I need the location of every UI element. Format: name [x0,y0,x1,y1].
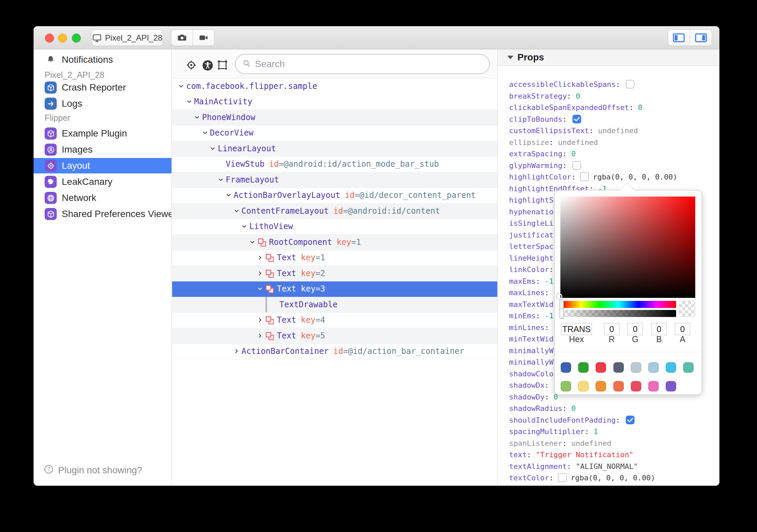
toggle-right-panel-button[interactable] [690,30,712,46]
saturation-cursor[interactable] [557,294,562,299]
tree-row-text[interactable]: Textkey=4 [172,313,497,328]
tree-row-contentframelayout[interactable]: ContentFrameLayoutid=@android:id/content [172,203,497,219]
chevron-right-icon[interactable] [257,255,263,260]
marquee-select-icon[interactable] [217,59,228,72]
search-input[interactable] [255,59,483,69]
props-header[interactable]: Props [498,49,719,66]
prop-value[interactable]: 0 [571,150,575,158]
sidebar-item-crash-reporter[interactable]: Crash Reporter [34,80,172,95]
tree-row-com-facebook-flipper-sample[interactable]: com.facebook.flipper.sample [172,78,497,94]
chevron-down-icon[interactable] [242,224,247,229]
prop-value[interactable]: -1 [545,277,554,285]
tree-row-phonewindow[interactable]: PhoneWindow [172,110,497,125]
chevron-right-icon[interactable] [234,349,239,354]
alpha-slider-handle[interactable] [560,309,564,318]
preset-swatch-41c0e8[interactable] [666,362,676,373]
tree-row-actionbaroverlaylayout[interactable]: ActionBarOverlayLayoutid=@id/decor_conte… [172,188,497,204]
chevron-down-icon[interactable] [210,146,215,151]
blue-input[interactable] [651,323,667,335]
plugin-not-showing-link[interactable]: ? Plugin not showing? [34,463,172,478]
preset-swatch-3a62b0[interactable] [561,362,571,373]
tree-row-text[interactable]: Textkey=5 [172,328,497,344]
prop-value[interactable]: 0 [638,103,642,112]
tree-row-framelayout[interactable]: FrameLayout [172,172,497,188]
checkbox-unchecked[interactable] [572,161,581,170]
prop-value[interactable]: "Trigger Notification" [536,450,633,459]
sidebar-item-logs[interactable]: Logs [34,96,172,111]
saturation-gradient[interactable] [560,197,695,298]
sidebar-item-leakcanary[interactable]: LeakCanary [34,174,172,190]
chevron-down-icon[interactable] [218,177,223,182]
zoom-button[interactable] [72,34,81,43]
close-button[interactable] [45,34,54,43]
preset-swatch-f0922f[interactable] [596,381,606,391]
chevron-down-icon[interactable] [179,84,184,89]
preset-swatch-596274[interactable] [613,362,624,373]
sidebar-item-layout[interactable]: Layout [34,158,172,173]
prop-colon: : [562,115,571,123]
chevron-down-icon[interactable] [202,130,208,136]
chevron-right-icon[interactable] [257,317,263,323]
checkbox-checked[interactable] [572,115,581,123]
toggle-left-panel-button[interactable] [668,30,690,46]
sidebar-item-notifications[interactable]: Notifications [34,52,172,67]
tree-row-textdrawable[interactable]: TextDrawable [172,297,497,313]
green-input[interactable] [627,323,643,335]
tree-row-text[interactable]: Textkey=3 [172,281,497,297]
preset-swatch-8cc463[interactable] [561,381,571,391]
chevron-down-icon[interactable] [226,193,231,198]
red-input[interactable] [604,323,619,335]
hue-slider-handle[interactable] [560,300,564,309]
record-button[interactable] [193,30,214,46]
device-selector-button[interactable]: Pixel_2_API_28 [92,30,163,46]
chevron-down-icon[interactable] [187,99,192,104]
alpha-slider[interactable] [562,310,676,317]
chevron-right-icon[interactable] [257,271,263,276]
prop-value[interactable]: 1 [594,427,598,436]
preset-swatch-2ea22e[interactable] [578,362,589,373]
tree-row-actionbarcontainer[interactable]: ActionBarContainerid=@id/action_bar_cont… [172,344,497,360]
preset-swatch-e94a62[interactable] [631,381,641,391]
color-swatch-chip[interactable] [558,473,567,482]
preset-swatch-bbc9d3[interactable] [631,362,641,373]
tree-row-text[interactable]: Textkey=1 [172,250,497,266]
target-icon[interactable] [186,59,197,72]
minimize-button[interactable] [58,34,67,43]
tree-row-text[interactable]: Textkey=2 [172,266,497,281]
color-swatch-chip[interactable] [580,172,589,181]
chevron-down-icon[interactable] [194,115,200,120]
tree-row-mainactivity[interactable]: MainActivity [172,94,497,110]
preset-swatch-a5c9dd[interactable] [648,362,659,373]
prop-key: textSize [509,485,545,486]
preset-swatch-7d57ce[interactable] [666,381,676,391]
screenshot-button[interactable] [171,30,193,46]
prop-value[interactable]: -1 [545,312,554,320]
prop-value[interactable]: 0 [571,404,575,413]
chevron-down-icon[interactable] [250,240,255,245]
prop-key: shadowRadius [509,404,562,413]
tree-row-linearlayout[interactable]: LinearLayout [172,141,497,157]
checkbox-checked[interactable] [626,416,635,424]
hex-input[interactable] [561,323,592,335]
alpha-input[interactable] [675,323,690,335]
checkbox-unchecked[interactable] [626,80,635,89]
chevron-down-icon[interactable] [234,208,239,214]
sidebar-item-shared-preferences-viewer[interactable]: Shared Preferences Viewer [34,206,172,222]
sidebar-item-network[interactable]: Network [34,190,172,206]
preset-swatch-58bfa7[interactable] [683,362,694,373]
tree-row-lithoview[interactable]: LithoView [172,219,497,235]
sidebar-item-images[interactable]: Images [34,142,172,157]
sidebar-item-example-plugin[interactable]: Example Plugin [34,126,172,141]
preset-swatch-f4704b[interactable] [613,381,624,391]
chevron-right-icon[interactable] [257,333,263,338]
accessibility-icon[interactable] [202,59,214,73]
tree-row-decorview[interactable]: DecorView [172,125,497,141]
tree-row-viewstub[interactable]: ViewStubid=@android:id/action_mode_bar_s… [172,157,497,172]
prop-value[interactable]: 0 [576,92,580,100]
tree-row-rootcomponent[interactable]: RootComponentkey=1 [172,234,497,250]
chevron-down-icon[interactable] [257,286,263,291]
preset-swatch-eb6cc0[interactable] [648,381,659,391]
preset-swatch-ef3b45[interactable] [596,362,606,373]
preset-swatch-f7da79[interactable] [578,381,589,391]
hue-slider[interactable] [562,301,676,308]
